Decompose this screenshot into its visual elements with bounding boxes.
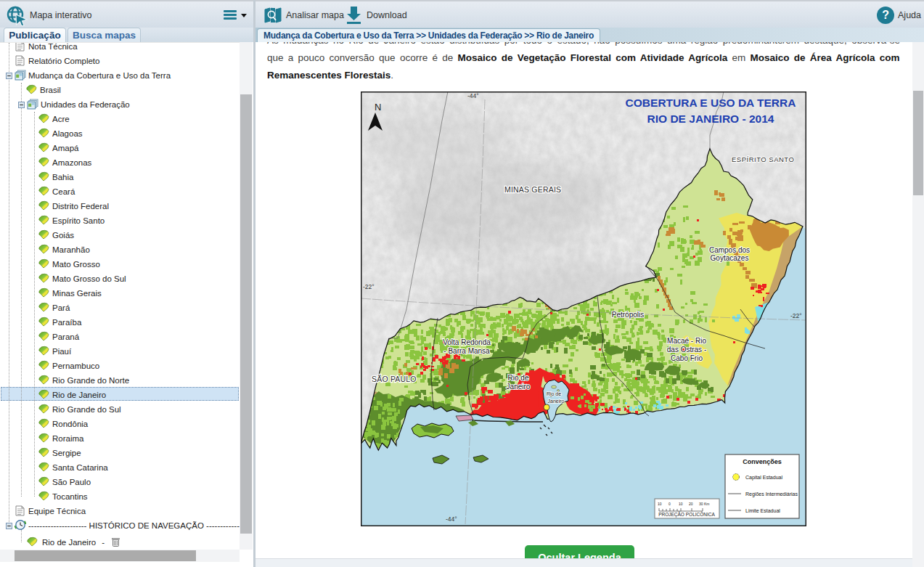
svg-text:-44°: -44° <box>446 515 457 523</box>
svg-text:Goytacazes: Goytacazes <box>711 254 749 262</box>
svg-text:N: N <box>375 102 381 113</box>
svg-text:Volta Redonda: Volta Redonda <box>443 338 491 346</box>
svg-text:Petrópolis: Petrópolis <box>612 311 644 319</box>
svg-text:20: 20 <box>689 502 693 506</box>
svg-text:Janeiro: Janeiro <box>507 383 531 391</box>
svg-text:COBERTURA E USO DA TERRA: COBERTURA E USO DA TERRA <box>626 97 796 109</box>
svg-text:30 Km: 30 Km <box>699 502 709 506</box>
svg-text:SÃO PAULO: SÃO PAULO <box>372 375 417 383</box>
svg-text:10: 10 <box>658 502 662 506</box>
svg-text:0: 0 <box>669 502 671 506</box>
svg-text:ESPÍRITO SANTO: ESPÍRITO SANTO <box>732 155 794 163</box>
svg-text:Limite Estadual: Limite Estadual <box>745 508 780 513</box>
svg-text:RIO DE JANEIRO - 2014: RIO DE JANEIRO - 2014 <box>647 113 774 125</box>
svg-text:Regiões Intermediárias: Regiões Intermediárias <box>745 491 798 497</box>
svg-text:PROJEÇÃO POLICÔNICA: PROJEÇÃO POLICÔNICA <box>658 511 715 518</box>
svg-text:MINAS GERAIS: MINAS GERAIS <box>504 185 561 194</box>
svg-text:10: 10 <box>679 502 683 506</box>
svg-text:Rio de: Rio de <box>508 374 529 382</box>
svg-text:- Barra Mansa: - Barra Mansa <box>443 347 490 355</box>
svg-text:das Ostras -: das Ostras - <box>667 346 706 354</box>
svg-text:Cabo Frio: Cabo Frio <box>671 354 703 362</box>
svg-text:Convenções: Convenções <box>743 458 782 465</box>
svg-text:Capital Estadual: Capital Estadual <box>745 475 782 481</box>
svg-text:Macaé - Rio: Macaé - Rio <box>667 337 706 345</box>
svg-text:Campos dos: Campos dos <box>709 246 750 254</box>
svg-text:-44°: -44° <box>467 92 479 99</box>
svg-text:Janeiro: Janeiro <box>548 399 565 404</box>
svg-text:-22°: -22° <box>363 283 375 290</box>
svg-text:Rio de: Rio de <box>547 391 561 396</box>
svg-text:-22°: -22° <box>790 312 802 319</box>
